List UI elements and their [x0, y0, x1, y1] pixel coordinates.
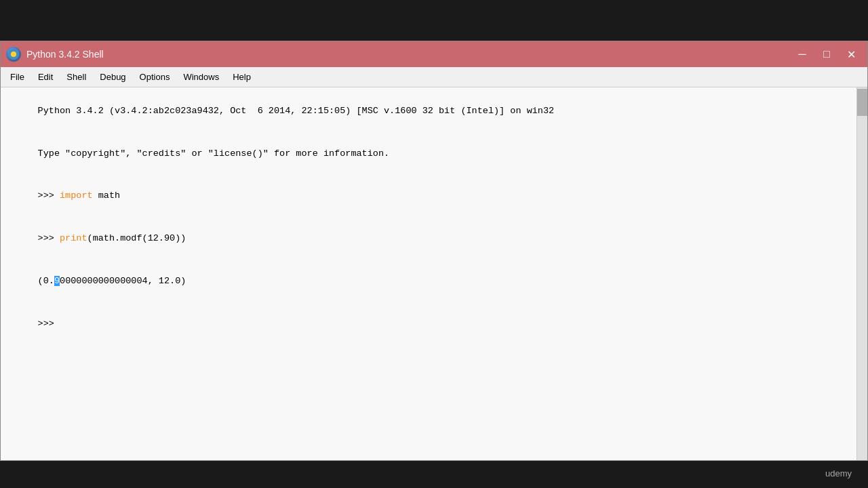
menu-options[interactable]: Options [133, 69, 177, 85]
keyword-import: import [60, 190, 93, 201]
app-icon [6, 47, 21, 62]
cmd-math: math [93, 190, 121, 201]
keyword-print: print [60, 233, 87, 243]
watermark: udemy [825, 468, 852, 479]
scrollbar[interactable] [856, 87, 867, 460]
result-zeros: 0000000000000004, 12.0) [60, 276, 186, 286]
maximize-button[interactable]: □ [816, 45, 837, 63]
result-line: (0.90000000000000004, 12.0) [5, 260, 863, 303]
title-bar-left: Python 3.4.2 Shell [6, 47, 104, 62]
prompt-line-3: >>> [5, 303, 863, 346]
result-highlighted: 9 [54, 276, 60, 286]
info-line-1: Python 3.4.2 (v3.4.2:ab2c023a9432, Oct 6… [5, 90, 863, 133]
prompt-symbol-1: >>> [38, 190, 60, 201]
python-shell-window: Python 3.4.2 Shell ─ □ ✕ File Edit Shell… [0, 41, 868, 461]
menu-help[interactable]: Help [226, 69, 258, 85]
menu-bar: File Edit Shell Debug Options Windows He… [1, 67, 867, 87]
prompt-symbol-2: >>> [38, 233, 60, 243]
cmd-modf: (math.modf(12.90)) [87, 233, 186, 243]
shell-content[interactable]: Python 3.4.2 (v3.4.2:ab2c023a9432, Oct 6… [1, 87, 867, 460]
svg-point-1 [11, 52, 16, 57]
prompt-line-1: >>> import math [5, 176, 863, 218]
prompt-symbol-3: >>> [38, 319, 60, 329]
menu-shell[interactable]: Shell [60, 69, 93, 85]
title-bar: Python 3.4.2 Shell ─ □ ✕ [1, 41, 867, 67]
scrollbar-thumb[interactable] [857, 89, 867, 116]
window-controls: ─ □ ✕ [791, 45, 862, 63]
taskbar [0, 0, 868, 41]
result-open: (0. [38, 276, 54, 286]
menu-file[interactable]: File [3, 69, 31, 85]
info-line-2: Type "copyright", "credits" or "license(… [5, 133, 863, 176]
menu-edit[interactable]: Edit [31, 69, 60, 85]
menu-debug[interactable]: Debug [93, 69, 132, 85]
minimize-button[interactable]: ─ [791, 45, 813, 63]
close-button[interactable]: ✕ [840, 45, 862, 63]
window-title: Python 3.4.2 Shell [26, 49, 104, 60]
menu-windows[interactable]: Windows [176, 69, 226, 85]
prompt-line-2: >>> print(math.modf(12.90)) [5, 218, 863, 260]
